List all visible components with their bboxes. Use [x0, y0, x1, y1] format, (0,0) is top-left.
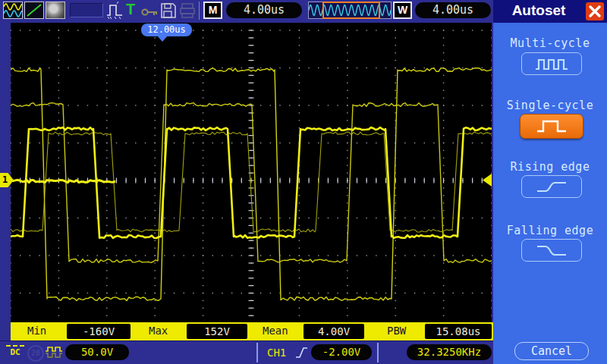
rising-edge-icon — [534, 178, 569, 196]
trigger-position-pointer-icon — [157, 36, 168, 42]
trigger-position-tag[interactable]: 12.00us — [141, 24, 192, 36]
waveform-traces — [11, 23, 492, 322]
channel-waves-icon[interactable] — [3, 2, 23, 19]
trigger-slope-icon — [294, 345, 310, 363]
pulse-icon[interactable] — [105, 1, 124, 23]
single-cycle-button[interactable] — [520, 114, 583, 139]
main-timebase-label: M — [203, 2, 222, 19]
main-timebase-readout: 4.00us — [226, 2, 302, 18]
key-lock-icon[interactable] — [141, 6, 159, 20]
invert-icon — [45, 345, 63, 362]
multi-cycle-button[interactable] — [521, 52, 582, 75]
close-icon — [586, 2, 604, 20]
panel-header: Autoset — [493, 0, 607, 23]
zoom-window-handle[interactable] — [322, 2, 380, 19]
rising-edge-button[interactable] — [521, 175, 582, 198]
menu-item-rising-edge-label: Rising edge — [493, 160, 607, 174]
measurement-bar: Min -160V Max 152V Mean 4.00V PBW 15.08u… — [11, 322, 493, 340]
window-timebase-label: W — [393, 2, 412, 19]
pbw-label: PBW — [387, 325, 406, 337]
cancel-button[interactable]: Cancel — [514, 342, 589, 360]
max-label: Max — [149, 325, 168, 337]
falling-edge-icon — [534, 242, 569, 259]
status-divider — [256, 343, 258, 362]
status-divider — [377, 343, 379, 362]
volts-per-div-readout: 50.0V — [65, 344, 129, 360]
status-bar: DC 20 50.0V CH1 -2.00V 32.3250KHz — [0, 340, 493, 364]
print-icon[interactable] — [179, 2, 196, 22]
menu-item-multi-cycle-label: Multi-cycle — [493, 36, 607, 50]
image-thumbnail-icon[interactable] — [46, 2, 65, 19]
line-style-icon[interactable] — [24, 2, 44, 19]
toolbar: T M 4.00us W 4.00us — [0, 0, 493, 21]
mean-label: Mean — [263, 325, 288, 337]
close-button[interactable] — [586, 2, 604, 20]
menu-item-single-cycle-label: Single-cycle — [493, 99, 607, 112]
save-icon[interactable] — [160, 2, 177, 22]
min-label: Min — [27, 325, 46, 337]
max-value: 152V — [187, 324, 247, 339]
trigger-icon[interactable]: T — [126, 1, 135, 18]
mean-value: 4.00V — [304, 324, 364, 339]
toolbar-separator — [199, 2, 200, 20]
coupling-icon: DC — [6, 345, 24, 357]
window-timebase-readout: 4.00us — [415, 2, 491, 18]
trigger-frequency-readout: 32.3250KHz — [407, 344, 492, 360]
min-value: -160V — [67, 324, 131, 339]
pbw-value: 15.08us — [425, 324, 492, 339]
panel-title: Autoset — [493, 2, 584, 19]
bandwidth-limit-icon: 20 — [27, 345, 44, 362]
waveform-preview[interactable] — [308, 2, 392, 19]
single-cycle-icon — [534, 117, 569, 136]
falling-edge-button[interactable] — [521, 239, 582, 262]
menu-item-falling-edge-label: Falling edge — [493, 224, 607, 237]
channel-label: CH1 — [267, 347, 286, 359]
empty-field — [70, 3, 103, 17]
waveform-display — [11, 23, 492, 322]
autoset-panel: Autoset Multi-cycle Single-cycle Rising … — [493, 0, 607, 364]
oscilloscope-screen: T M 4.00us W 4.00us 12.00us 1 — [0, 0, 607, 364]
multi-cycle-icon — [534, 55, 569, 73]
trigger-level-readout: -2.00V — [311, 344, 372, 360]
